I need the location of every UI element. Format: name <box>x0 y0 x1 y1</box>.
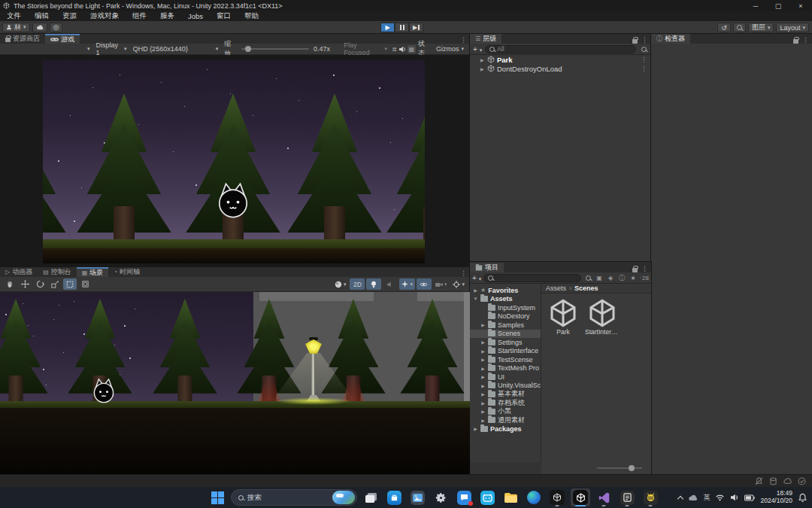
pause-button[interactable] <box>395 23 409 32</box>
unity-hub-button[interactable] <box>547 488 567 506</box>
tab-project[interactable]: 项目 <box>470 263 504 272</box>
frame-toggle-icon[interactable]: ▦ <box>408 45 416 53</box>
chat-app-button[interactable] <box>454 488 474 506</box>
task-view-button[interactable] <box>361 488 380 506</box>
expand-arrow-icon[interactable]: ▼ <box>473 297 478 301</box>
tab-hierarchy[interactable]: ☰层级 <box>470 34 501 44</box>
project-folder-samples[interactable]: ▶Samples <box>470 321 541 330</box>
progress-check-icon[interactable] <box>798 477 806 485</box>
volume-icon[interactable] <box>730 494 739 501</box>
onedrive-icon[interactable] <box>688 494 698 501</box>
expand-arrow-icon[interactable]: ▶ <box>480 391 486 397</box>
lighting-toggle[interactable] <box>366 278 381 290</box>
menu-item-5[interactable]: 服务 <box>153 11 181 21</box>
lock-icon[interactable] <box>793 39 798 44</box>
hierarchy-search-input[interactable]: All <box>485 45 636 53</box>
play-button[interactable]: ▶ <box>380 23 395 32</box>
cache-server-icon[interactable] <box>769 477 777 485</box>
scene-visibility-toggle[interactable] <box>417 278 432 290</box>
rect-tool[interactable] <box>63 278 77 290</box>
microsoft-store-button[interactable] <box>384 488 404 506</box>
tab-game[interactable]: 游戏 <box>45 34 80 44</box>
scene-viewport[interactable] <box>0 292 470 474</box>
play-focused-dropdown[interactable]: Play Focused▾ <box>341 44 390 53</box>
bilibili-button[interactable] <box>477 488 497 506</box>
expand-arrow-icon[interactable]: ▶ <box>480 339 486 345</box>
breadcrumb-root[interactable]: Assets <box>546 284 566 292</box>
account-button[interactable]: 林▾ <box>2 23 30 32</box>
asset-startinterf-[interactable]: StartInterF... <box>585 298 620 458</box>
minimize-button[interactable]: ─ <box>744 0 767 11</box>
add-object-button[interactable]: + ▾ <box>473 45 482 53</box>
expand-arrow-icon[interactable]: ▶ <box>480 357 486 362</box>
maximize-button[interactable]: ▢ <box>767 0 789 11</box>
project-search-input[interactable] <box>483 274 581 282</box>
tab-asset-store[interactable]: 资源商店 <box>0 34 45 44</box>
yellow-app-button[interactable] <box>641 488 660 506</box>
tab-animator[interactable]: ▷动画器 <box>0 267 38 277</box>
expand-arrow-icon[interactable]: ▶ <box>480 400 486 406</box>
layout-dropdown[interactable]: Layout▾ <box>776 23 809 32</box>
edge-button[interactable] <box>524 488 544 506</box>
cloud-button[interactable] <box>32 23 47 32</box>
expand-arrow-icon[interactable]: ▶ <box>473 426 478 431</box>
wifi-icon[interactable] <box>715 494 725 501</box>
gizmo-dropdown[interactable]: ▾ <box>450 278 467 290</box>
tab-timeline[interactable]: ◔时间轴 <box>108 267 145 277</box>
project-folder-favorites[interactable]: ▶★Favorites <box>470 286 541 295</box>
project-folder-ui[interactable]: ▶UI <box>470 373 541 382</box>
close-button[interactable]: × <box>789 0 812 11</box>
search-by-type-icon[interactable] <box>583 274 592 282</box>
taskbar-search[interactable]: 搜索 <box>231 489 357 506</box>
start-button[interactable] <box>208 488 227 506</box>
project-folder-scenes[interactable]: Scenes <box>470 330 541 339</box>
notes-app-button[interactable] <box>617 488 637 506</box>
taskbar-clock[interactable]: 18:49 2024/10/20 <box>760 490 792 505</box>
project-folder-assets[interactable]: ▼Assets <box>470 295 541 304</box>
asset-park[interactable]: Park <box>546 298 580 458</box>
kebab-icon[interactable]: ⋮ <box>641 56 651 63</box>
hierarchy-item-dontdestroyonload[interactable]: ▶DontDestroyOnLoad⋮ <box>470 64 651 73</box>
gizmos-dropdown[interactable]: Gizmos▾ <box>433 44 467 53</box>
add-asset-button[interactable]: + ▾ <box>472 274 481 282</box>
zoom-slider[interactable] <box>241 48 309 50</box>
kebab-menu-icon[interactable]: ⋮ <box>641 265 648 272</box>
undo-history-button[interactable]: ↺ <box>717 23 731 32</box>
menu-item-0[interactable]: 文件 <box>0 11 28 21</box>
scale-tool[interactable] <box>48 278 62 290</box>
rotate-tool[interactable] <box>33 278 47 290</box>
layers-dropdown[interactable]: 图层▾ <box>748 23 774 32</box>
tab-console[interactable]: ▤控制台 <box>38 267 77 277</box>
menu-item-1[interactable]: 编辑 <box>28 11 56 21</box>
services-button[interactable]: ◎ <box>50 23 63 32</box>
kebab-menu-icon[interactable]: ⋮ <box>460 36 467 44</box>
menu-item-7[interactable]: 窗口 <box>210 11 238 21</box>
tab-scene[interactable]: ▦场景 <box>77 267 109 277</box>
expand-arrow-icon[interactable]: ▶ <box>473 287 478 293</box>
project-folder-inputsystem[interactable]: InputSystem <box>470 303 541 312</box>
hidden-count[interactable]: 28 <box>640 274 649 282</box>
hierarchy-item-park[interactable]: ▶Park⋮ <box>470 55 651 64</box>
settings-button[interactable] <box>431 488 450 506</box>
favorites-star-icon[interactable]: ★ <box>629 274 638 282</box>
expand-arrow-icon[interactable]: ▶ <box>480 322 486 327</box>
audio-toggle[interactable] <box>383 278 398 290</box>
display-dropdown[interactable]: Display 1▾ <box>92 44 129 53</box>
project-folder--[interactable]: ▶通用素材 <box>470 416 541 425</box>
menu-item-6[interactable]: Jobs <box>181 11 210 21</box>
transform-tool[interactable] <box>78 278 92 290</box>
shading-mode-dropdown[interactable]: ▾ <box>332 278 349 290</box>
move-tool[interactable] <box>18 278 32 290</box>
project-folder-textmesh-pro[interactable]: ▶TextMesh Pro <box>470 364 541 373</box>
expand-arrow-icon[interactable]: ▶ <box>480 66 485 71</box>
2d-toggle[interactable]: 2D <box>350 278 365 290</box>
breadcrumb-current[interactable]: Scenes <box>574 284 598 292</box>
play-mode-dropdown[interactable]: ▾ <box>0 44 92 53</box>
step-button[interactable]: ▶ <box>409 23 423 32</box>
package-filter-icon[interactable]: ▣ <box>595 274 604 282</box>
thumbnail-size-slider[interactable] <box>597 467 642 469</box>
kebab-menu-icon[interactable]: ⋮ <box>641 36 648 44</box>
kebab-icon[interactable]: ⋮ <box>641 65 651 72</box>
camera-dropdown[interactable]: ▾ <box>433 278 450 290</box>
menu-item-4[interactable]: 组件 <box>126 11 153 21</box>
